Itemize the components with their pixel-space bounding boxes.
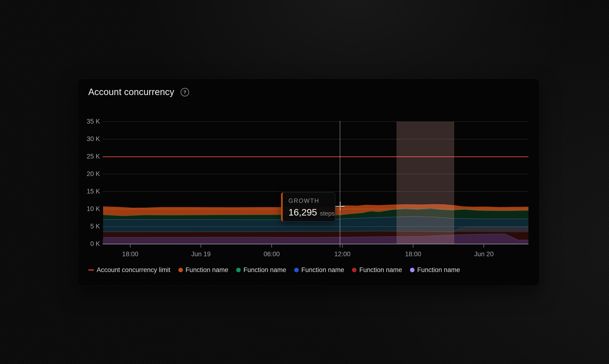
y-axis-label: 15 K: [80, 188, 100, 195]
legend-label: Function name: [186, 266, 228, 274]
legend: Account concurrency limitFunction nameFu…: [88, 266, 460, 274]
legend-item[interactable]: Function name: [178, 266, 228, 274]
y-axis-label: 5 K: [80, 223, 100, 230]
legend-dot-icon: [236, 268, 241, 272]
x-axis-label: 18:00: [394, 250, 432, 258]
legend-label: Function name: [301, 266, 344, 274]
tooltip-value: 16,295: [289, 207, 317, 218]
x-axis-tick: [342, 245, 343, 248]
legend-label: Function name: [417, 266, 460, 274]
tooltip-unit: steps: [320, 210, 335, 217]
gridline: [103, 121, 528, 122]
legend-label: Function name: [359, 266, 402, 274]
gridline: [103, 226, 528, 227]
legend-label: Function name: [243, 266, 286, 274]
chart-title: Account concurrency: [88, 87, 174, 97]
x-axis-label: Jun 19: [182, 250, 220, 258]
legend-item[interactable]: Function name: [410, 266, 460, 274]
y-axis-label: 25 K: [80, 153, 100, 160]
legend-dot-icon: [178, 268, 183, 272]
x-axis-label: 18:00: [111, 250, 149, 258]
tooltip-value-row: 16,295 steps: [289, 207, 335, 218]
legend-label: Account concurrency limit: [97, 266, 170, 274]
limit-line: [103, 156, 528, 157]
x-axis-line: [103, 244, 528, 244]
legend-dot-icon: [294, 268, 299, 272]
crosshair-cursor: [335, 202, 345, 211]
gridline: [103, 174, 528, 174]
tooltip-series-label: GROWTH: [289, 197, 335, 204]
x-axis-label: 12:00: [323, 250, 361, 258]
legend-dot-icon: [410, 268, 415, 272]
legend-item[interactable]: Function name: [352, 266, 402, 274]
x-axis-tick: [413, 245, 413, 248]
tooltip: GROWTH 16,295 steps: [281, 192, 335, 221]
y-axis-label: 0 K: [80, 240, 100, 248]
legend-dot-icon: [352, 268, 357, 272]
gridline: [103, 191, 528, 192]
legend-dash-icon: [88, 269, 94, 271]
chart-plot-area[interactable]: GROWTH 16,295 steps: [103, 122, 528, 244]
x-axis-tick: [484, 245, 484, 248]
crosshair-line: [340, 121, 340, 247]
help-icon[interactable]: ?: [180, 88, 189, 96]
x-axis-tick: [271, 245, 272, 248]
stacked-area-chart: [103, 122, 528, 244]
gridline: [103, 139, 528, 139]
account-concurrency-card: Account concurrency ? GROWTH 16,295 step…: [78, 79, 539, 286]
x-axis-label: Jun 20: [465, 250, 503, 258]
y-axis-label: 35 K: [80, 118, 100, 125]
y-axis-label: 10 K: [80, 205, 100, 213]
legend-item[interactable]: Function name: [236, 266, 286, 274]
highlight-region: [397, 122, 454, 244]
x-axis-label: 06:00: [252, 250, 291, 258]
legend-item[interactable]: Account concurrency limit: [88, 266, 170, 274]
x-axis-tick: [130, 245, 130, 248]
y-axis-label: 20 K: [80, 170, 100, 178]
legend-item[interactable]: Function name: [294, 266, 344, 274]
x-axis-tick: [201, 245, 201, 248]
card-header: Account concurrency ?: [88, 87, 189, 97]
y-axis-label: 30 K: [80, 135, 100, 143]
page-background: Account concurrency ? GROWTH 16,295 step…: [0, 0, 609, 364]
